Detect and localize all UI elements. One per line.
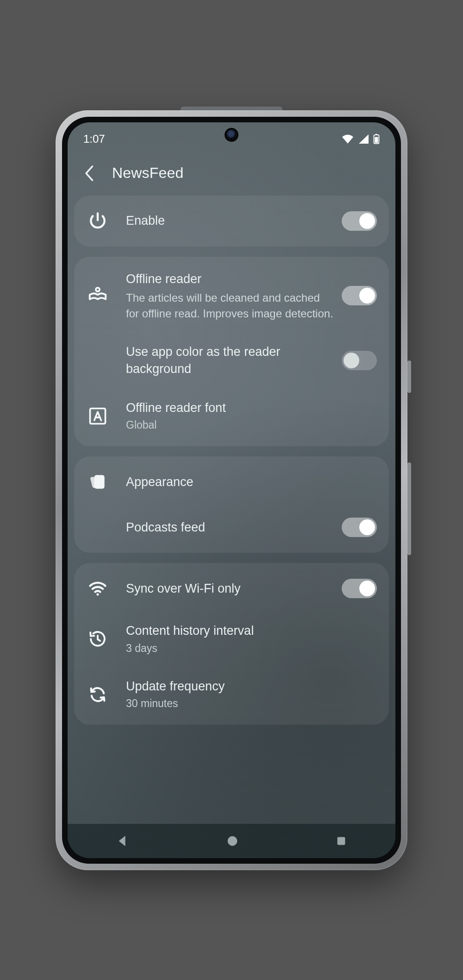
row-label: Content history interval <box>126 622 377 639</box>
row-subtext: 30 minutes <box>126 696 377 711</box>
power-icon <box>86 209 109 233</box>
nav-back-button[interactable] <box>116 835 129 847</box>
svg-rect-4 <box>90 408 106 424</box>
row-history-interval[interactable]: Content history interval 3 days <box>74 611 389 666</box>
card-appearance: Appearance Podcasts feed <box>74 456 389 553</box>
row-label: Use app color as the reader background <box>126 343 333 377</box>
svg-rect-1 <box>375 137 378 143</box>
sync-icon <box>86 683 109 706</box>
chevron-left-icon <box>84 165 94 182</box>
svg-point-7 <box>96 594 99 596</box>
page-title: NewsFeed <box>112 164 184 182</box>
row-description: The articles will be cleaned and cached … <box>126 290 333 321</box>
row-reader-font[interactable]: Offline reader font Global <box>74 388 389 443</box>
row-subtext: Global <box>126 418 377 432</box>
row-label: Podcasts feed <box>126 519 333 536</box>
card-enable: Enable <box>74 196 389 247</box>
row-label: Offline reader font <box>126 399 377 416</box>
row-label: Sync over Wi-Fi only <box>126 580 333 597</box>
card-sync: Sync over Wi-Fi only <box>74 563 389 725</box>
front-camera <box>226 130 237 140</box>
svg-rect-2 <box>375 134 377 135</box>
row-subtext: 3 days <box>126 641 377 656</box>
toggle-sync-wifi[interactable] <box>342 579 377 598</box>
appearance-icon <box>86 470 109 493</box>
row-update-frequency[interactable]: Update frequency 30 minutes <box>74 667 389 722</box>
wifi-icon <box>86 577 109 600</box>
status-icons <box>342 134 380 144</box>
blank-icon <box>86 516 109 539</box>
row-appearance[interactable]: Appearance <box>74 459 389 505</box>
row-label: Update frequency <box>126 678 377 695</box>
blank-icon <box>86 349 109 372</box>
row-offline-reader[interactable]: Offline reader The articles will be clea… <box>74 259 389 333</box>
side-button <box>407 462 411 555</box>
row-sync-wifi[interactable]: Sync over Wi-Fi only <box>74 566 389 611</box>
nav-home-button[interactable] <box>226 835 238 847</box>
side-button <box>407 360 411 393</box>
cell-signal-icon <box>358 134 369 144</box>
svg-point-8 <box>228 836 238 846</box>
toggle-offline-reader[interactable] <box>342 286 377 305</box>
toggle-enable[interactable] <box>342 211 377 231</box>
card-reader: Offline reader The articles will be clea… <box>74 257 389 447</box>
status-time: 1:07 <box>83 133 105 145</box>
reader-icon <box>86 284 109 307</box>
wifi-icon <box>342 134 354 144</box>
row-podcasts[interactable]: Podcasts feed <box>74 505 389 550</box>
row-enable[interactable]: Enable <box>74 198 389 244</box>
row-label: Offline reader <box>126 271 333 287</box>
system-nav-bar <box>68 824 395 858</box>
toggle-reader-background[interactable] <box>342 351 377 370</box>
nav-recents-button[interactable] <box>336 835 347 847</box>
battery-icon <box>373 134 380 144</box>
svg-rect-9 <box>338 837 345 845</box>
row-label: Enable <box>126 212 333 229</box>
settings-content: Enable <box>68 196 395 732</box>
toggle-podcasts[interactable] <box>342 518 377 537</box>
svg-point-3 <box>96 288 100 291</box>
history-icon <box>86 627 109 651</box>
back-button[interactable] <box>80 164 98 183</box>
font-icon <box>86 405 109 428</box>
phone-frame: 1:07 <box>56 110 407 870</box>
row-reader-background[interactable]: Use app color as the reader background <box>74 332 389 388</box>
phone-bezel: 1:07 <box>62 117 401 864</box>
app-header: NewsFeed <box>68 148 395 196</box>
screen: 1:07 <box>68 122 395 858</box>
row-label: Appearance <box>126 474 377 490</box>
